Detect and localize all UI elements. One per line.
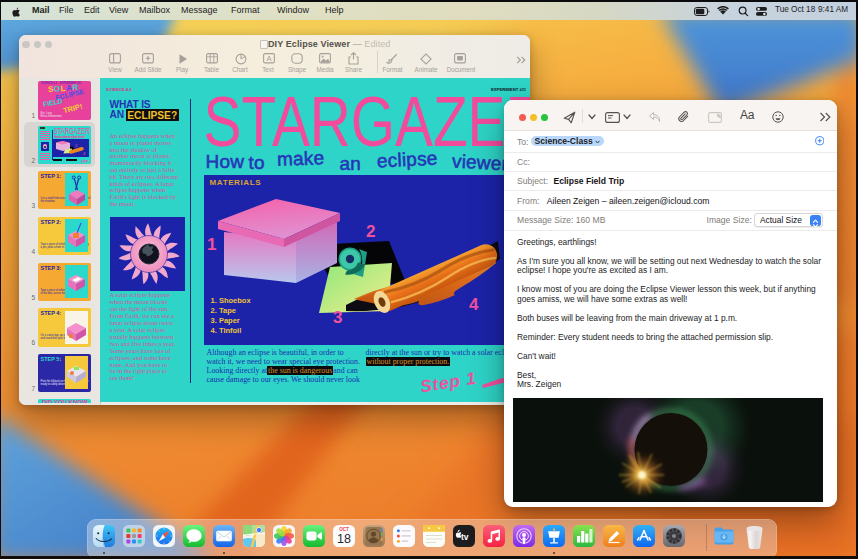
svg-text:4: 4: [83, 151, 86, 156]
svg-text:18: 18: [337, 532, 351, 546]
svg-text:A: A: [266, 54, 271, 63]
svg-text:4: 4: [469, 295, 479, 314]
svg-text:2: 2: [75, 143, 78, 148]
svg-text:How to make an eclipse viewer!: How to make an eclipse viewer!: [54, 135, 85, 139]
svg-text:3: 3: [333, 308, 342, 327]
svg-text:1: 1: [207, 235, 216, 254]
svg-text:tv: tv: [461, 532, 469, 542]
svg-text:2: 2: [366, 222, 375, 241]
